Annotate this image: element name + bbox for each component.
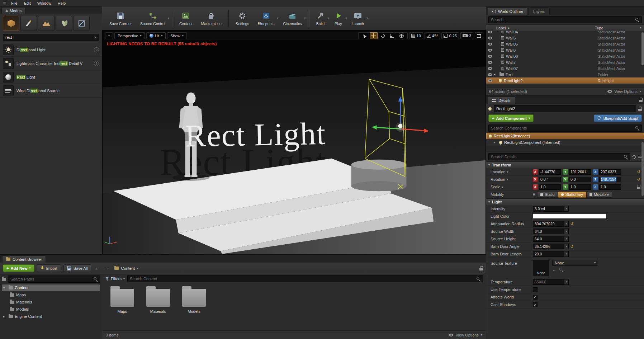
source-texture-thumbnail[interactable]: None [533,260,549,276]
list-item-rect-light[interactable]: Rect Light [0,70,102,84]
light-color-swatch[interactable] [533,214,606,219]
lock-icon[interactable] [479,266,483,270]
mobility-movable-button[interactable]: Movable [586,192,612,198]
eye-icon[interactable] [488,79,492,82]
marketplace-button[interactable]: Marketplace [197,8,226,29]
intensity-field[interactable]: 8.0 cd [533,206,564,212]
scale-x-field[interactable]: 1.0 [539,184,561,190]
place-mode-button[interactable] [3,16,19,31]
table-row[interactable]: Wall04StaticMeshActor [486,31,644,35]
temperature-field[interactable]: 6500.0 [533,279,564,285]
clear-search-icon[interactable]: × [94,35,96,39]
chevron-right-icon[interactable]: ▸ [3,315,7,318]
tree-item-materials[interactable]: Materials [2,299,100,305]
view-options-button[interactable]: View Options ▾ [449,333,482,337]
eye-icon[interactable] [488,55,492,58]
menu-window[interactable]: Window [34,0,55,6]
chevron-down-icon[interactable]: ▾ [277,17,279,20]
chevron-down-icon[interactable]: ▾ [640,26,641,29]
actor-name-field[interactable]: RectLight2 [494,105,636,112]
barn-door-length-field[interactable]: 20.0 [533,251,564,257]
build-button[interactable]: Build ▾ [312,8,330,29]
chevron-down-icon[interactable]: ▾ [564,236,569,242]
viewport-3d-scene[interactable]: Rect Light [103,30,486,254]
select-tool-button[interactable] [360,32,368,39]
chevron-down-icon[interactable]: ▾ [564,244,569,249]
chevron-down-icon[interactable]: ▾ [345,17,347,20]
lit-mode-button[interactable]: Lit ▾ [146,32,166,39]
table-row[interactable]: Wall7StaticMeshActor [486,59,644,65]
asset-folder-materials[interactable]: Materials [144,286,172,314]
sources-toggle-icon[interactable] [2,278,6,281]
chevron-down-icon[interactable]: ▾ [564,229,569,234]
geometry-mode-button[interactable] [73,16,90,31]
chevron-down-icon[interactable]: ▾ [3,286,7,289]
blueprints-button[interactable]: Blueprints ▾ [254,8,279,29]
table-row[interactable]: Wall6StaticMeshActor [486,47,644,53]
modes-search-input[interactable]: rect × [3,34,99,41]
section-light[interactable]: ▾ Light [486,198,644,205]
maximize-viewport-button[interactable] [475,32,483,39]
mobility-stationary-button[interactable]: Stationary [558,192,587,198]
chevron-down-icon[interactable]: ▾ [564,251,569,257]
import-button[interactable]: Import [37,264,61,272]
table-row[interactable]: ▸TextFolder [486,71,644,77]
level-viewport[interactable]: Rect Light [102,30,486,254]
column-header-type[interactable]: Type [595,26,640,30]
component-row-inherited[interactable]: ▸ RectLightComponent (Inherited) [486,139,644,146]
save-current-button[interactable]: Save Current [105,8,136,29]
outliner-scrollbar[interactable] [641,32,644,65]
search-paths-input[interactable]: Search Paths [8,276,100,283]
add-component-button[interactable]: + Add Component ▾ [488,114,534,122]
list-item-directional-light[interactable]: Directional Light ? [0,43,102,57]
add-new-button[interactable]: + Add New ▾ [3,264,34,272]
lock-icon[interactable] [638,107,642,111]
scene-3d-text[interactable]: Rect Light [185,116,326,153]
content-button[interactable]: Content [175,8,197,29]
browse-to-asset-icon[interactable] [559,267,563,272]
table-row[interactable]: Wall07StaticMeshActor [486,65,644,71]
menu-help[interactable]: Help [55,0,69,6]
source-control-button[interactable]: Source Control ▾ [136,8,170,29]
view-options-button[interactable]: View Options ▾ [607,89,641,94]
mobility-static-button[interactable]: Static [537,192,558,198]
scale-tool-button[interactable] [388,32,396,39]
blueprint-add-script-button[interactable]: Blueprint/Add Script [594,114,642,122]
cinematics-button[interactable]: Cinematics ▾ [279,8,306,29]
asset-folder-maps[interactable]: Maps [108,286,137,314]
component-row-instance[interactable]: RectLight2(Instance) [486,133,644,139]
table-row[interactable]: Wall5StaticMeshActor [486,35,644,41]
help-icon[interactable]: ? [94,61,99,66]
section-transform[interactable]: ▾ Transform [486,161,644,168]
reset-to-default-icon[interactable]: ↺ [635,170,642,174]
forward-icon[interactable]: → [103,265,110,272]
tree-item-content[interactable]: ▾ Content [2,284,100,291]
eye-icon[interactable] [488,43,492,46]
landscape-mode-button[interactable] [38,16,55,31]
rotation-x-field[interactable]: 0.0 ° [539,177,561,182]
cast-shadows-checkbox[interactable]: ✓ [533,302,538,307]
scale-snap-control[interactable]: 0.25 [441,32,459,39]
eye-icon[interactable] [488,73,492,76]
rotation-z-field[interactable]: 149.7154 [599,177,621,182]
breadcrumb[interactable]: Content ▸ [113,266,140,270]
source-height-field[interactable]: 64.0 [533,236,564,242]
chevron-down-icon[interactable]: ▾ [327,17,329,20]
eye-icon[interactable] [488,37,492,39]
menu-file[interactable]: File [8,0,21,6]
tree-item-engine-content[interactable]: ▸ Engine Content [2,313,100,320]
table-row[interactable]: Wall06StaticMeshActor [486,53,644,59]
list-item-lightmass[interactable]: Lightmass Character Indirect Detail V ? [0,57,102,70]
use-temperature-checkbox[interactable] [533,287,538,292]
show-button[interactable]: Show ▾ [167,32,187,39]
affects-world-checkbox[interactable]: ✓ [533,295,538,300]
chevron-down-icon[interactable]: ▾ [168,17,169,20]
perspective-button[interactable]: Perspective ▾ [114,32,145,39]
source-width-field[interactable]: 64.0 [533,229,564,234]
tab-details[interactable]: Details [488,96,515,104]
chevron-right-icon[interactable]: ▸ [494,73,498,76]
table-row[interactable]: Wall05StaticMeshActor [486,41,644,47]
menu-edit[interactable]: Edit [21,0,34,6]
source-texture-dropdown[interactable]: None ▾ [552,260,598,266]
rotation-y-field[interactable]: 0.0 ° [569,177,591,182]
